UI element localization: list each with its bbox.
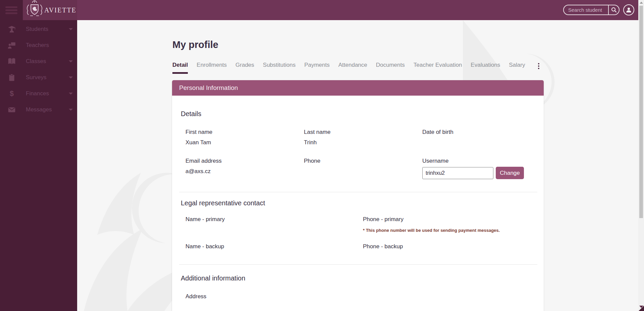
hamburger-icon <box>5 5 17 15</box>
chevron-down-icon <box>69 109 73 111</box>
svg-text:$: $ <box>10 89 14 98</box>
date-of-birth-label: Date of birth <box>422 129 537 136</box>
sidebar-item-label: Surveys <box>26 74 46 81</box>
email-value: a@axs.cz <box>185 168 304 175</box>
card-header: Personal Information <box>172 80 544 96</box>
legal-contact-heading: Legal representative contact <box>181 199 537 207</box>
date-of-birth-value <box>422 139 537 146</box>
change-username-button[interactable]: Change <box>496 167 524 179</box>
sidebar-item-label: Teachers <box>26 42 49 49</box>
menu-toggle-button[interactable] <box>0 0 23 20</box>
tab-attendance[interactable]: Attendance <box>338 62 367 74</box>
students-icon <box>7 25 16 34</box>
sidebar-item-teachers[interactable]: Teachers <box>0 37 77 53</box>
chevron-down-icon <box>69 93 73 95</box>
chevron-down-icon <box>69 76 73 79</box>
profile-tabs: Detail Enrollments Grades Substitutions … <box>172 62 525 74</box>
first-name-label: First name <box>185 129 304 136</box>
phone-label: Phone <box>304 158 422 164</box>
user-menu-button[interactable] <box>623 4 634 15</box>
email-label: Email address <box>185 158 304 164</box>
tab-teacher-evaluation[interactable]: Teacher Evaluation <box>414 62 462 74</box>
tab-substitutions[interactable]: Substitutions <box>263 62 296 74</box>
crest-icon <box>25 0 44 20</box>
sidebar-item-label: Finances <box>26 90 49 97</box>
tab-payments[interactable]: Payments <box>304 62 330 74</box>
username-input[interactable] <box>422 167 493 179</box>
student-search <box>563 5 620 15</box>
last-name-label: Last name <box>304 129 422 136</box>
tab-grades[interactable]: Grades <box>235 62 254 74</box>
page-title: My profile <box>172 39 218 50</box>
phone-primary-label: Phone - primary <box>363 216 537 223</box>
surveys-icon <box>7 73 16 82</box>
sidebar-item-finances[interactable]: $ Finances <box>0 86 77 102</box>
chevron-down-icon <box>69 60 73 62</box>
search-icon <box>611 7 617 13</box>
sidebar-item-label: Classes <box>26 58 46 65</box>
corner-resize-triangle <box>639 306 644 311</box>
name-backup-label: Name - backup <box>185 243 363 250</box>
brand-name: AVIETTE <box>44 6 76 14</box>
top-bar: AVIETTE <box>0 0 638 20</box>
sidebar-item-messages[interactable]: Messages <box>0 102 77 118</box>
scrollbar-thumb[interactable] <box>639 6 643 218</box>
tab-evaluations[interactable]: Evaluations <box>471 62 500 74</box>
finances-icon: $ <box>7 89 16 98</box>
sidebar-item-label: Messages <box>26 106 52 113</box>
last-name-value: Trinh <box>304 139 422 146</box>
phone-backup-label: Phone - backup <box>363 243 537 250</box>
phone-primary-note: * This phone number will be used for sen… <box>363 228 537 233</box>
vertical-scrollbar[interactable] <box>638 0 644 311</box>
tabs-overflow-button[interactable] <box>538 63 539 69</box>
name-primary-label: Name - primary <box>185 216 363 233</box>
section-divider <box>179 192 537 192</box>
section-divider <box>179 264 537 265</box>
sidebar-menu: Students Teachers Classes Surveys <box>0 21 77 118</box>
messages-icon <box>7 105 16 114</box>
sidebar-item-classes[interactable]: Classes <box>0 53 77 69</box>
phone-value <box>304 168 422 175</box>
sidebar: Students Teachers Classes Surveys <box>0 0 77 311</box>
details-heading: Details <box>181 110 537 118</box>
tab-documents[interactable]: Documents <box>376 62 405 74</box>
brand-logo[interactable]: AVIETTE <box>23 0 77 20</box>
sidebar-item-label: Students <box>26 26 48 33</box>
tab-detail[interactable]: Detail <box>172 62 188 74</box>
additional-info-heading: Additional information <box>181 274 537 282</box>
user-icon <box>626 7 632 13</box>
username-label: Username <box>422 158 537 164</box>
scroll-up-arrow[interactable] <box>640 2 643 4</box>
personal-information-card: Personal Information Details First name … <box>172 80 544 311</box>
sidebar-item-surveys[interactable]: Surveys <box>0 69 77 86</box>
sidebar-item-students[interactable]: Students <box>0 21 77 37</box>
chevron-down-icon <box>69 28 73 30</box>
teachers-icon <box>7 41 16 50</box>
search-input[interactable] <box>564 5 608 14</box>
search-button[interactable] <box>608 5 619 15</box>
tab-salary[interactable]: Salary <box>509 62 525 74</box>
classes-icon <box>7 57 16 66</box>
address-label: Address <box>179 293 537 300</box>
first-name-value: Xuan Tam <box>185 139 304 146</box>
tab-enrollments[interactable]: Enrollments <box>197 62 227 74</box>
